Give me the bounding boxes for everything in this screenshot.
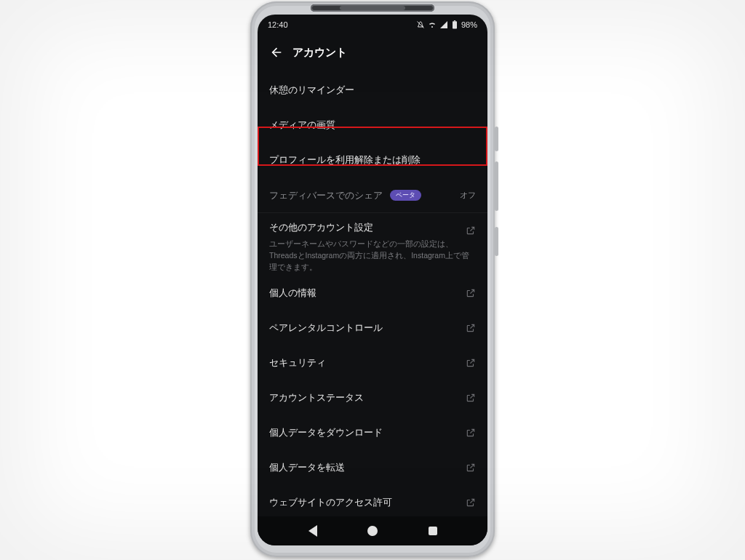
section-desc: ユーザーネームやパスワードなどの一部の設定は、ThreadsとInstagram… [269, 239, 476, 273]
item-label: 個人データをダウンロード [269, 427, 383, 439]
status-battery: 98% [461, 20, 477, 29]
external-link-icon [466, 497, 476, 508]
wifi-icon [428, 20, 437, 29]
external-link-icon [466, 323, 476, 333]
svg-rect-1 [453, 21, 457, 28]
android-recents-button[interactable] [429, 527, 437, 535]
item-label: ウェブサイトのアクセス許可 [269, 497, 392, 509]
external-link-icon [466, 428, 476, 438]
android-nav-bar [258, 516, 487, 545]
item-label: メディアの画質 [269, 119, 335, 132]
item-parental-controls[interactable]: ペアレンタルコントロール [258, 311, 487, 345]
item-label: フェディバースでのシェア [269, 191, 383, 201]
muted-icon [416, 20, 425, 29]
android-home-button[interactable] [367, 526, 378, 536]
item-transfer-data[interactable]: 個人データを転送 [258, 450, 487, 485]
external-link-icon [466, 225, 476, 236]
item-label: 休憩のリマインダー [269, 84, 354, 97]
beta-badge: ベータ [390, 190, 421, 201]
item-deactivate-delete[interactable]: プロフィールを利用解除または削除 [258, 143, 487, 177]
item-left: フェディバースでのシェア ベータ [269, 188, 421, 202]
android-back-button[interactable] [308, 525, 317, 537]
phone-screen: 12:40 98% アカウント 休憩のリマインダー メディアの画質 プロフィール… [258, 15, 487, 545]
signal-icon [439, 20, 448, 29]
external-link-icon [466, 358, 476, 368]
item-website-perms[interactable]: ウェブサイトのアクセス許可 [258, 485, 487, 520]
phone-frame: 12:40 98% アカウント 休憩のリマインダー メディアの画質 プロフィール… [250, 1, 495, 557]
item-break-reminder[interactable]: 休憩のリマインダー [258, 73, 487, 108]
item-label: 個人データを転送 [269, 462, 345, 474]
other-account-settings-section: その他のアカウント設定 ユーザーネームやパスワードなどの一部の設定は、Threa… [258, 213, 487, 276]
phone-side-button [495, 161, 498, 211]
item-label: 個人の情報 [269, 287, 316, 300]
battery-icon [451, 20, 458, 29]
item-security[interactable]: セキュリティ [258, 345, 487, 380]
phone-side-button [495, 127, 498, 151]
status-bar: 12:40 98% [258, 15, 487, 35]
external-link-icon [466, 463, 476, 473]
settings-list: 休憩のリマインダー メディアの画質 プロフィールを利用解除または削除 フェディバ… [258, 73, 487, 520]
phone-side-button [495, 227, 498, 256]
page-title: アカウント [292, 46, 347, 60]
external-link-icon [466, 288, 476, 298]
external-link-icon [466, 393, 476, 403]
status-time: 12:40 [268, 20, 288, 29]
item-label: アカウントステータス [269, 392, 364, 404]
item-label: セキュリティ [269, 357, 326, 369]
item-value: オフ [460, 190, 476, 201]
section-title: その他のアカウント設定 [269, 222, 373, 234]
svg-rect-2 [454, 20, 455, 21]
item-personal-info[interactable]: 個人の情報 [258, 276, 487, 311]
item-account-status[interactable]: アカウントステータス [258, 380, 487, 415]
item-label: ペアレンタルコントロール [269, 322, 383, 335]
back-icon[interactable] [268, 45, 282, 60]
item-media-quality[interactable]: メディアの画質 [258, 108, 487, 143]
item-label: プロフィールを利用解除または削除 [269, 154, 421, 167]
page-header: アカウント [258, 35, 487, 73]
item-download-data[interactable]: 個人データをダウンロード [258, 415, 487, 450]
item-fediverse-share[interactable]: フェディバースでのシェア ベータ オフ [258, 177, 487, 212]
